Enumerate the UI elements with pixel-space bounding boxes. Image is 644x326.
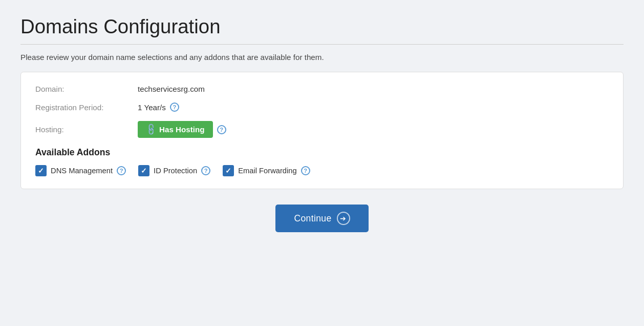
addons-row: DNS Management ? ID Protection ? Email F… xyxy=(35,165,609,176)
link-icon: 🔗 xyxy=(144,123,158,137)
domain-card: Domain: techservicesrg.com Registration … xyxy=(20,72,624,189)
hosting-help-icon[interactable]: ? xyxy=(217,125,226,134)
id-protection-help-icon[interactable]: ? xyxy=(201,166,210,175)
hosting-label: Hosting: xyxy=(35,125,138,134)
registration-value: 1 Year/s ? xyxy=(138,103,179,112)
registration-help-icon[interactable]: ? xyxy=(170,103,179,112)
page-title: Domains Configuration xyxy=(20,15,624,38)
dns-management-help-icon[interactable]: ? xyxy=(117,166,126,175)
hosting-badge-text: Has Hosting xyxy=(159,125,205,134)
id-protection-checkbox[interactable] xyxy=(138,165,149,176)
continue-button-label: Continue xyxy=(294,213,331,224)
email-forwarding-label: Email Forwarding xyxy=(238,167,297,175)
domain-row: Domain: techservicesrg.com xyxy=(35,85,609,93)
addon-email-forwarding: Email Forwarding ? xyxy=(223,165,310,176)
registration-row: Registration Period: 1 Year/s ? xyxy=(35,103,609,112)
hosting-badge[interactable]: 🔗 Has Hosting xyxy=(138,121,213,138)
dns-management-checkbox[interactable] xyxy=(35,165,47,176)
registration-period-text: 1 Year/s xyxy=(138,103,166,112)
addon-dns-management: DNS Management ? xyxy=(35,165,126,176)
registration-label: Registration Period: xyxy=(35,103,138,112)
hosting-row: Hosting: 🔗 Has Hosting ? xyxy=(35,121,609,138)
email-forwarding-help-icon[interactable]: ? xyxy=(301,166,310,175)
dns-management-label: DNS Management xyxy=(51,167,113,175)
domain-label: Domain: xyxy=(35,85,138,93)
page-subtitle: Please review your domain name selection… xyxy=(20,53,624,62)
title-divider xyxy=(20,44,624,45)
continue-container: Continue ➔ xyxy=(20,205,624,232)
email-forwarding-checkbox[interactable] xyxy=(223,165,234,176)
continue-arrow-icon: ➔ xyxy=(337,212,350,225)
continue-button[interactable]: Continue ➔ xyxy=(275,205,368,232)
addons-title: Available Addons xyxy=(35,147,609,158)
domain-value: techservicesrg.com xyxy=(138,85,205,93)
addon-id-protection: ID Protection ? xyxy=(138,165,210,176)
hosting-field-value: 🔗 Has Hosting ? xyxy=(138,121,226,138)
id-protection-label: ID Protection xyxy=(154,167,197,175)
